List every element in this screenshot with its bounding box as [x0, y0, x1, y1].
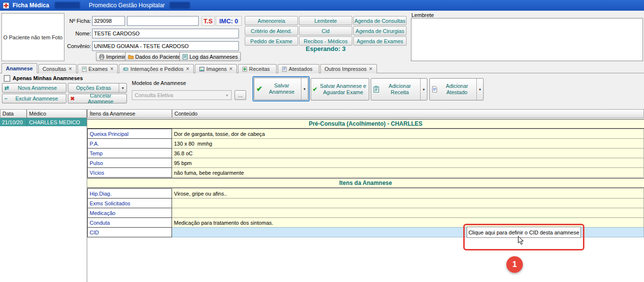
tab-receitas[interactable]: Receitas — [238, 64, 277, 73]
exames-icon — [82, 66, 87, 72]
anamnese-row: Exms Solicitados — [87, 198, 644, 208]
excluir-anamnese-label: Excluir Anamnese — [9, 96, 64, 101]
atestado-icon — [432, 86, 438, 93]
content-temp[interactable]: 36.8 oC — [172, 148, 644, 158]
modelo-anamnese-select[interactable]: Consulta Eletiva ▼ — [132, 90, 232, 100]
tab-atestados[interactable]: Atestados — [278, 64, 319, 73]
modelo-more-button[interactable]: ... — [235, 90, 246, 100]
excluir-anamnese-button[interactable]: − Excluir Anamnese — [2, 94, 66, 103]
nome-label: Nome: — [62, 31, 91, 36]
ficha-secondary-input[interactable] — [127, 16, 199, 26]
content-medicacao[interactable] — [172, 208, 644, 218]
action-agenda-exames[interactable]: Agenda de Exames — [353, 36, 407, 46]
anamnese-header-items: Ítens da Anamnese — [87, 109, 172, 118]
tab-consultas[interactable]: Consultas × — [38, 64, 77, 73]
imprimir-button[interactable]: Imprimir — [96, 52, 128, 61]
dropdown-icon[interactable]: ▼ — [301, 78, 308, 100]
redacted-area — [170, 2, 190, 9]
action-amenorreia[interactable]: Amenorreia — [245, 16, 298, 25]
section-itens-anamnese: Itens da Anamnese — [87, 178, 644, 188]
action-criterio-atend[interactable]: Critério de Atend. — [245, 26, 298, 35]
action-cid[interactable]: Cid — [299, 26, 352, 35]
adicionar-atestado-label: Adicionar Atestado — [438, 83, 476, 96]
tab-label: Consultas — [43, 66, 66, 72]
content-hip-diag[interactable]: Virose, gripe ou afins.. — [172, 188, 644, 199]
imc-button[interactable]: IMC: 0 — [216, 16, 242, 26]
patient-photo-placeholder: O Paciente não tem Foto — [1, 13, 64, 61]
adicionar-atestado-button[interactable]: Adicionar Atestado ▼ — [429, 78, 484, 100]
tab-outros-impressos[interactable]: Outros Impressos × — [320, 64, 377, 73]
lembrete-memo[interactable] — [411, 18, 643, 61]
redacted-area — [55, 2, 80, 9]
apenas-minhas-label: Apenas Minhas Anamneses — [13, 75, 83, 81]
window-title: Ficha Médica — [13, 2, 49, 9]
action-lembrete[interactable]: Lembrete — [299, 16, 352, 25]
anamnese-row: Vícios não fuma, bebe regularmente — [87, 167, 644, 178]
history-row-medico[interactable]: CHARLLES MEDICO — [27, 118, 87, 126]
convenio-label: Convênio: — [62, 43, 91, 49]
internacoes-icon — [123, 66, 128, 72]
salvar-aguardar-exame-button[interactable]: ✔ Salvar Anamnese e Aguardar Exame — [311, 78, 369, 100]
action-recibos-medicos[interactable]: Recibos - Médicos — [299, 36, 352, 46]
tab-close-icon[interactable]: × — [229, 66, 233, 72]
tab-close-icon[interactable]: × — [110, 66, 113, 72]
imprimir-label: Imprimir — [106, 54, 126, 60]
item-pa[interactable]: P.A. — [87, 138, 172, 149]
history-header-data: Data — [0, 109, 27, 118]
history-row-date[interactable]: 21/10/20 — [0, 118, 27, 126]
anamnese-row: Hip.Diag. Virose, gripe ou afins.. — [87, 188, 644, 199]
adicionar-receita-button[interactable]: Adicionar Receita ▼ — [371, 78, 427, 100]
apenas-minhas-checkbox[interactable] — [4, 75, 10, 82]
tab-label: Internações e Pedidos — [130, 66, 183, 72]
tab-anamnese[interactable]: Anamnese — [1, 63, 37, 73]
log-anamneses-button[interactable]: Log das Anamneses — [179, 52, 241, 61]
action-agenda-consultas[interactable]: Agenda de Consultas — [353, 16, 407, 25]
item-hip-diag[interactable]: Hip.Diag. — [87, 188, 172, 199]
item-conduta[interactable]: Conduta — [87, 217, 172, 228]
patient-name-input[interactable] — [92, 29, 239, 38]
content-queixa-principal[interactable]: Dor de garganta, tosse, dor de cabeça — [172, 129, 644, 139]
cancel-x-icon: ✖ — [70, 96, 75, 102]
content-pa[interactable]: 130 x 80 mmhg — [172, 138, 644, 149]
item-vicios[interactable]: Vícios — [87, 167, 172, 178]
content-vicios[interactable]: não fuma, bebe regularmente — [172, 167, 644, 178]
tab-close-icon[interactable]: × — [186, 66, 189, 72]
folder-icon — [128, 54, 134, 60]
dropdown-icon[interactable]: ▼ — [119, 83, 125, 92]
tab-imagens[interactable]: Imagens × — [195, 64, 237, 73]
ficha-number-input[interactable] — [92, 16, 125, 26]
content-pulso[interactable]: 95 bpm — [172, 158, 644, 168]
tab-close-icon[interactable]: × — [69, 66, 72, 72]
item-cid[interactable]: CID — [87, 227, 172, 237]
content-exms-solicitados[interactable] — [172, 198, 644, 208]
adicionar-receita-label: Adicionar Receita — [379, 83, 420, 96]
cid-tooltip: Clique aqui para definir o CID desta ana… — [467, 227, 581, 238]
anamnese-row: Temp 36.8 oC — [87, 148, 644, 158]
tab-close-icon[interactable]: × — [369, 66, 373, 72]
tab-label: Atestados — [289, 66, 313, 72]
item-queixa-principal[interactable]: Queixa Principal — [87, 129, 172, 139]
ficha-label: Nº Ficha: — [62, 18, 91, 24]
item-temp[interactable]: Temp — [87, 148, 172, 158]
dropdown-icon[interactable]: ▼ — [476, 79, 483, 100]
nova-anamnese-button[interactable]: ⇄ Nova Anamnese — [2, 83, 66, 93]
dados-paciente-button[interactable]: Dados do Paciente — [125, 52, 183, 61]
tab-internacoes-pedidos[interactable]: Internações e Pedidos × — [119, 64, 193, 73]
cancelar-anamnese-button[interactable]: ✖ Cancelar Anamnese — [68, 94, 127, 103]
tab-label: Imagens — [206, 66, 227, 72]
item-exms-solicitados[interactable]: Exms Solicitados — [87, 198, 172, 208]
tab-exames[interactable]: Exames × — [78, 64, 118, 73]
item-pulso[interactable]: Pulso — [87, 158, 172, 168]
item-medicacao[interactable]: Medicação — [87, 208, 172, 218]
salvar-anamnese-button[interactable]: ✔ Salvar Anamnese ▼ — [254, 78, 308, 100]
dropdown-icon[interactable]: ▼ — [420, 79, 427, 100]
convenio-input[interactable] — [92, 41, 239, 51]
ts-button[interactable]: T.S — [202, 16, 215, 26]
modelo-selected-value: Consulta Eletiva — [135, 92, 173, 98]
opcoes-extras-button[interactable]: Opções Extras ▼ — [68, 83, 127, 93]
action-agenda-cirurgias[interactable]: Agenda de Cirurgias — [353, 26, 407, 35]
dados-paciente-label: Dados do Paciente — [135, 54, 180, 60]
action-pedido-exame[interactable]: Pedido de Exame — [245, 36, 298, 46]
nova-anamnese-label: Nova Anamnese — [11, 85, 64, 91]
anamnese-row: Pulso 95 bpm — [87, 158, 644, 168]
